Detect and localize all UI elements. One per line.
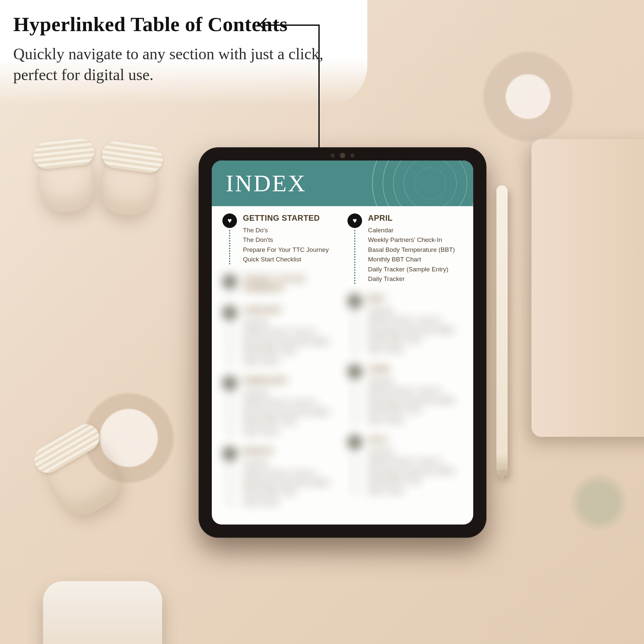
toc-link[interactable]: Basal Body Temperature (BBT) — [243, 478, 338, 487]
index-section: GETTING STARTEDThe Do'sThe Don'tsPrepare… — [222, 213, 338, 264]
dotted-connector — [354, 310, 355, 354]
index-section: APRILCalendarWeekly Partners' Check-InBa… — [347, 213, 463, 284]
toc-link[interactable]: Calendar — [243, 388, 338, 397]
index-header: INDEX — [212, 161, 473, 206]
dotted-connector — [229, 392, 230, 437]
toc-link[interactable]: Basal Body Temperature (BBT) — [368, 396, 463, 405]
tablet-screen: INDEX GETTING STARTEDThe Do'sThe Don'tsP… — [212, 161, 473, 525]
toc-link[interactable]: Monthly BBT Chart — [368, 254, 463, 264]
toc-link[interactable]: Calendar — [368, 306, 463, 315]
toc-link[interactable]: The Do's — [243, 225, 338, 235]
toc-link[interactable]: Daily Tracker — [243, 427, 338, 437]
section-title[interactable]: JULY — [368, 435, 463, 444]
callout-title: Hyperlinked Table of Contents — [13, 13, 347, 36]
heart-bullet-icon — [347, 294, 362, 308]
notebook-prop — [531, 139, 644, 437]
toc-link[interactable]: Calendar — [243, 458, 338, 468]
toc-link[interactable]: Daily Tracker — [368, 415, 463, 425]
toc-link[interactable]: Basal Body Temperature (BBT) — [243, 407, 338, 417]
heart-bullet-icon — [347, 435, 362, 449]
toc-link[interactable]: Monthly BBT Chart — [368, 405, 463, 415]
toc-link[interactable]: Monthly BBT Chart — [368, 335, 463, 345]
dotted-connector — [229, 291, 230, 296]
toc-link[interactable]: Weekly Partners' Check-In — [243, 397, 338, 407]
toc-link[interactable]: Prepare For Your TTC Journey — [243, 245, 338, 254]
toc-link[interactable]: Daily Tracker — [368, 345, 463, 354]
stylus-prop — [496, 185, 508, 477]
toc-link[interactable]: Weekly Partners' Check-In — [243, 327, 338, 337]
heart-bullet-icon — [347, 213, 362, 228]
toc-link[interactable]: Monthly BBT Chart — [368, 476, 463, 485]
tablet-device: INDEX GETTING STARTEDThe Do'sThe Don'tsP… — [199, 147, 486, 538]
toc-link[interactable]: Weekly Partners' Check-In — [243, 468, 338, 478]
index-section: JULYCalendarWeekly Partners' Check-InBas… — [347, 435, 463, 495]
toc-link[interactable]: Weekly Partners' Check-In — [368, 315, 463, 325]
index-section: FEBRUARYCalendarWeekly Partners' Check-I… — [222, 376, 338, 437]
toc-link[interactable]: Monthly BBT Chart — [243, 487, 338, 497]
toc-link[interactable]: Monthly BBT Chart — [243, 417, 338, 427]
toc-link[interactable]: Calendar — [368, 225, 463, 235]
heart-bullet-icon — [222, 305, 237, 320]
toc-link[interactable]: Weekly Partners' Check-In — [368, 235, 463, 245]
toc-link[interactable]: Calendar — [243, 317, 338, 327]
index-section: MAYCalendarWeekly Partners' Check-InBasa… — [347, 294, 463, 354]
section-title[interactable]: APRIL — [368, 213, 463, 223]
section-title[interactable]: MARCH — [243, 446, 338, 456]
toc-link[interactable]: Basal Body Temperature (BBT) — [243, 337, 338, 346]
heart-bullet-icon — [222, 274, 237, 289]
index-body: GETTING STARTEDThe Do'sThe Don'tsPrepare… — [212, 206, 473, 525]
toc-link[interactable]: Quick Start Checklist — [243, 254, 338, 264]
section-title[interactable]: FEBRUARY — [243, 376, 338, 385]
section-title[interactable]: GETTING STARTED — [243, 213, 338, 223]
toc-link[interactable]: Daily Tracker — [243, 356, 338, 366]
heart-bullet-icon — [222, 376, 237, 391]
dotted-connector — [354, 381, 355, 425]
index-column: APRILCalendarWeekly Partners' Check-InBa… — [347, 213, 463, 518]
toc-link[interactable]: Daily Tracker — [368, 274, 463, 284]
section-title[interactable]: JANUARY — [243, 305, 338, 315]
toc-link[interactable]: Basal Body Temperature (BBT) — [368, 325, 463, 335]
dotted-connector — [354, 451, 355, 495]
toc-link[interactable]: Basal Body Temperature (BBT) — [368, 245, 463, 254]
section-title[interactable]: MAY — [368, 294, 463, 303]
index-section: MARCHCalendarWeekly Partners' Check-InBa… — [222, 446, 338, 507]
index-section: JUNECalendarWeekly Partners' Check-InBas… — [347, 364, 463, 425]
toc-link[interactable]: Monthly BBT Chart — [243, 346, 338, 356]
toc-link[interactable]: Daily Tracker (Sample Entry) — [368, 264, 463, 274]
index-section: JANUARYCalendarWeekly Partners' Check-In… — [222, 305, 338, 366]
toc-link[interactable]: Weekly Partners' Check-In — [368, 456, 463, 466]
toc-link[interactable]: Daily Tracker — [368, 486, 463, 495]
feature-callout: Hyperlinked Table of Contents Quickly na… — [0, 0, 367, 105]
toc-link[interactable]: Calendar — [368, 376, 463, 386]
toc-link[interactable]: Calendar — [368, 447, 463, 456]
heart-bullet-icon — [347, 364, 362, 379]
toc-link[interactable]: The Don'ts — [243, 235, 338, 245]
dotted-connector — [354, 230, 355, 284]
heart-bullet-icon — [222, 446, 237, 461]
dotted-connector — [229, 322, 230, 366]
index-section: YEARLY CYCLE SUMMARY — [222, 274, 338, 296]
index-column: GETTING STARTEDThe Do'sThe Don'tsPrepare… — [222, 213, 338, 518]
section-title[interactable]: YEARLY CYCLE SUMMARY — [243, 274, 338, 293]
phone-prop — [43, 581, 162, 644]
dotted-connector — [229, 230, 230, 264]
toc-link[interactable]: Daily Tracker — [243, 497, 338, 507]
dotted-connector — [229, 463, 230, 507]
index-title: INDEX — [226, 170, 306, 197]
heart-bullet-icon — [222, 213, 237, 228]
callout-body: Quickly navigate to any section with jus… — [13, 43, 331, 85]
section-title[interactable]: JUNE — [368, 364, 463, 374]
toc-link[interactable]: Weekly Partners' Check-In — [368, 386, 463, 395]
tablet-camera — [323, 153, 362, 158]
toc-link[interactable]: Basal Body Temperature (BBT) — [368, 466, 463, 476]
